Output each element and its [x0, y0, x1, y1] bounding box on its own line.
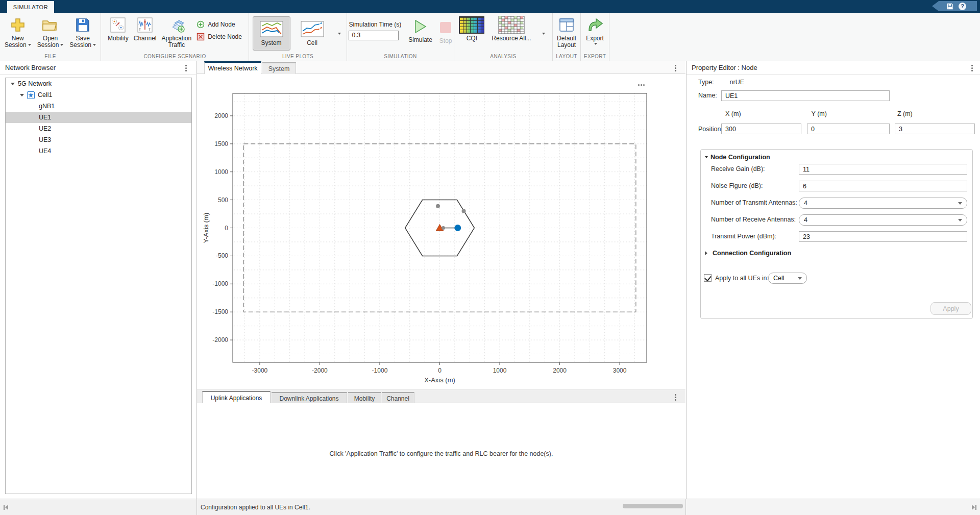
cell-plot-toggle[interactable]: Cell [293, 16, 331, 51]
default-layout-icon [559, 16, 574, 34]
apply-scope-dropdown[interactable]: Cell [768, 273, 807, 284]
position-column-headers: X (m) Y (m) Z (m) [725, 110, 913, 117]
panel-menu-icon[interactable] [185, 65, 187, 66]
resource-allocation-button[interactable]: Resource All... [492, 16, 531, 42]
apply-all-row: Apply to all UEs in: [704, 274, 769, 282]
title-bar: SIMULATOR ? [0, 0, 980, 13]
apply-all-checkbox[interactable] [704, 274, 712, 282]
help-icon[interactable]: ? [959, 3, 966, 10]
bottom-panel-menu-icon[interactable] [675, 394, 676, 396]
dropdown-value: 4 [804, 216, 807, 224]
property-editor-panel: Property Editor : Node Type: nrUE Name: … [686, 61, 980, 499]
open-session-button[interactable]: Open Session [37, 16, 64, 48]
delete-node-button[interactable]: Delete Node [197, 33, 242, 41]
chevron-down-icon [798, 277, 802, 280]
bottom-tabbar: Uplink Applications Downlink Application… [197, 389, 685, 403]
y-tick-label: 0 [225, 225, 228, 232]
mobility-button[interactable]: Mobility [108, 16, 129, 42]
export-button[interactable]: Export [586, 16, 604, 45]
noise-figure-input[interactable]: 6 [799, 181, 967, 191]
analysis-overflow-button[interactable] [538, 16, 548, 51]
dropdown-value: Cell [773, 275, 785, 282]
node-UE1[interactable] [454, 225, 461, 231]
add-node-icon [197, 20, 205, 29]
node-configuration-header[interactable]: Node Configuration [705, 154, 770, 161]
application-traffic-icon [167, 16, 186, 34]
tab-wireless-network[interactable]: Wireless Network [204, 61, 261, 74]
node-UE[interactable] [436, 204, 440, 208]
status-bar: Configuration applied to all UEs in Cell… [0, 499, 980, 515]
tab-uplink-applications[interactable]: Uplink Applications [202, 391, 271, 404]
simulation-time-input[interactable]: 0.3 [349, 31, 399, 40]
collapse-left-icon[interactable] [3, 504, 9, 510]
horizontal-scrollbar-thumb[interactable] [623, 504, 683, 508]
chevron-down-icon [594, 43, 597, 45]
tab-system[interactable]: System [262, 62, 296, 74]
open-session-icon [42, 16, 58, 34]
apply-button[interactable]: Apply [930, 302, 971, 315]
position-x-input[interactable]: 300 [721, 124, 801, 134]
default-layout-button[interactable]: Default Layout [557, 16, 576, 48]
name-input[interactable]: UE1 [721, 90, 890, 101]
tree-item-ue4[interactable]: UE4 [6, 145, 191, 157]
save-session-button[interactable]: Save Session [69, 16, 96, 48]
section-label-export: EXPORT [581, 54, 609, 59]
receive-gain-input[interactable]: 11 [799, 164, 967, 175]
x-tick-label: 0 [438, 367, 442, 374]
tab-simulator[interactable]: SIMULATOR [7, 1, 54, 13]
document-menu-icon[interactable] [675, 65, 676, 66]
panel-menu-icon[interactable] [971, 65, 973, 66]
dropdown-value: 4 [804, 200, 807, 207]
network-plot[interactable]: -3000-2000-10000100020003000-2000-1500-1… [197, 74, 685, 389]
application-traffic-label2: Traffic [168, 42, 185, 48]
stop-button: Stop [439, 16, 452, 44]
tab-channel[interactable]: Channel [382, 392, 414, 404]
open-session-label2: Session [37, 42, 64, 48]
new-session-label2: Session [5, 42, 31, 48]
tree-item-gnb1[interactable]: gNB1 [6, 101, 191, 112]
tab-mobility[interactable]: Mobility [348, 392, 381, 404]
cqi-button[interactable]: CQI [459, 16, 484, 42]
x-axis-label: X-Axis (m) [424, 376, 455, 384]
receive-antennas-dropdown[interactable]: 4 [799, 214, 967, 226]
save-icon[interactable] [947, 3, 953, 10]
node-configuration-title: Node Configuration [710, 154, 770, 161]
section-label-file: FILE [0, 54, 101, 59]
simulate-icon [414, 18, 427, 35]
expander-icon[interactable] [20, 94, 24, 96]
tree-item-5g-network[interactable]: 5G Network [6, 78, 191, 89]
add-node-button[interactable]: Add Node [197, 20, 242, 29]
tree-item-ue3[interactable]: UE3 [6, 134, 191, 145]
live-plots-overflow-button[interactable] [334, 16, 344, 51]
simulate-button[interactable]: Simulate [408, 16, 432, 43]
position-y-input[interactable]: 0 [807, 124, 890, 134]
x-tick-label: -2000 [312, 367, 328, 374]
tab-downlink-applications[interactable]: Downlink Applications [272, 392, 347, 404]
field-label: Number of Transmit Antennas: [711, 199, 797, 206]
position-z-input[interactable]: 3 [895, 124, 975, 134]
network-tree: 5G Network Cell1 gNB1 UE1 UE2 UE3 UE4 [5, 78, 192, 494]
node-UE[interactable] [462, 209, 466, 213]
name-row: Name: [698, 92, 717, 99]
cqi-icon [459, 16, 484, 34]
connection-configuration-header[interactable]: Connection Configuration [705, 250, 791, 257]
new-session-button[interactable]: New Session [5, 16, 31, 48]
collapse-right-icon[interactable] [971, 504, 977, 510]
collapse-icon [705, 156, 708, 158]
y-tick-label: -2000 [212, 336, 228, 344]
z-column-header: Z (m) [897, 110, 913, 117]
ribbon-section-export: Export EXPORT [581, 13, 609, 61]
application-traffic-button[interactable]: Application Traffic [161, 16, 191, 48]
tree-item-ue1[interactable]: UE1 [6, 112, 191, 123]
property-editor-title: Property Editor : Node [692, 64, 757, 71]
ribbon-toolstrip: New Session Open Session Save Session FI… [0, 13, 980, 61]
tree-item-cell1[interactable]: Cell1 [6, 89, 191, 101]
channel-button[interactable]: Application Channel [134, 16, 157, 42]
tree-item-ue2[interactable]: UE2 [6, 123, 191, 134]
system-plot-toggle[interactable]: System [253, 16, 290, 51]
node-UE[interactable] [442, 226, 445, 230]
chevron-down-icon [542, 33, 545, 35]
transmit-power-input[interactable]: 23 [799, 231, 967, 242]
expander-icon[interactable] [11, 83, 15, 85]
transmit-antennas-dropdown[interactable]: 4 [799, 198, 967, 209]
